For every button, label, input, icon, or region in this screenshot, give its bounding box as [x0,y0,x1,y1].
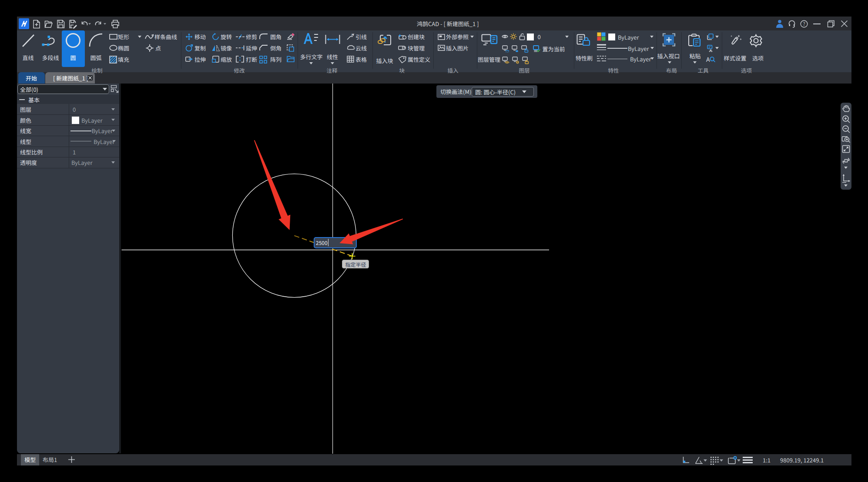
svg-text:?: ? [803,20,805,27]
svg-text:A: A [351,32,353,37]
